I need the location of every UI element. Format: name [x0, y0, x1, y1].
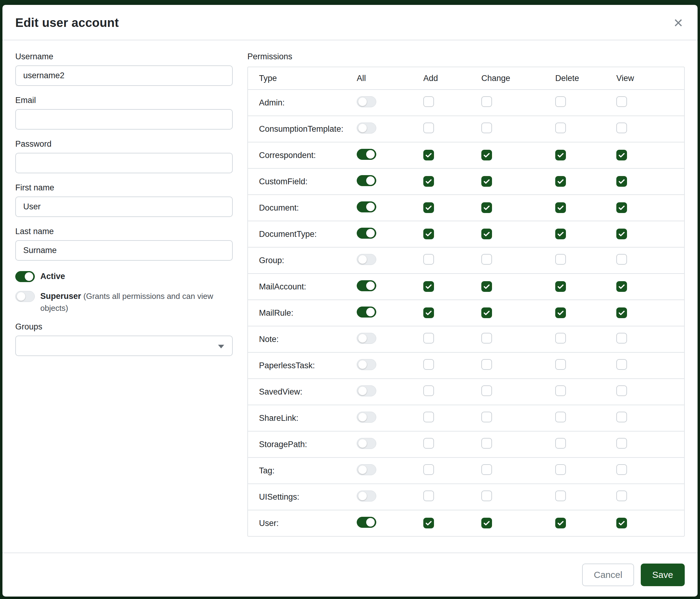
- perm-delete-checkbox[interactable]: [555, 308, 566, 318]
- perm-view-checkbox[interactable]: [616, 308, 627, 318]
- perm-view-checkbox[interactable]: [616, 150, 627, 161]
- perm-delete-checkbox[interactable]: [555, 464, 566, 475]
- perm-add-checkbox[interactable]: [423, 308, 434, 318]
- perm-delete-checkbox[interactable]: [555, 150, 566, 161]
- groups-select[interactable]: [15, 336, 233, 356]
- perm-add-checkbox[interactable]: [423, 490, 434, 501]
- perm-delete-checkbox[interactable]: [555, 333, 566, 343]
- perm-view-checkbox[interactable]: [616, 438, 627, 449]
- perm-change-checkbox[interactable]: [481, 518, 492, 528]
- perm-all-toggle[interactable]: [357, 123, 376, 134]
- perm-change-checkbox[interactable]: [481, 150, 492, 161]
- perm-delete-checkbox[interactable]: [555, 518, 566, 528]
- perm-add-checkbox[interactable]: [423, 359, 434, 370]
- perm-add-checkbox[interactable]: [423, 438, 434, 449]
- perm-all-toggle[interactable]: [357, 201, 376, 212]
- perm-all-toggle[interactable]: [357, 412, 376, 423]
- perm-all-toggle[interactable]: [357, 333, 376, 344]
- perm-delete-checkbox[interactable]: [555, 359, 566, 370]
- perm-delete-checkbox[interactable]: [555, 281, 566, 292]
- perm-add-checkbox[interactable]: [423, 385, 434, 396]
- perm-change-checkbox[interactable]: [481, 412, 492, 422]
- perm-all-toggle[interactable]: [357, 359, 376, 370]
- perm-all-toggle[interactable]: [357, 96, 376, 107]
- perm-change-checkbox[interactable]: [481, 281, 492, 292]
- perm-change-checkbox[interactable]: [481, 385, 492, 396]
- perm-add-checkbox[interactable]: [423, 123, 434, 133]
- perm-all-toggle[interactable]: [357, 254, 376, 265]
- perm-change-checkbox[interactable]: [481, 438, 492, 449]
- perm-view-checkbox[interactable]: [616, 202, 627, 213]
- perm-delete-checkbox[interactable]: [555, 412, 566, 422]
- password-group: Password: [15, 139, 233, 173]
- perm-delete-checkbox[interactable]: [555, 490, 566, 501]
- perm-delete-checkbox[interactable]: [555, 438, 566, 449]
- active-toggle[interactable]: [15, 271, 35, 282]
- password-field[interactable]: [15, 153, 233, 173]
- perm-add-checkbox[interactable]: [423, 464, 434, 475]
- username-input[interactable]: [15, 65, 233, 86]
- perm-all-toggle[interactable]: [357, 149, 376, 160]
- perm-view-checkbox[interactable]: [616, 490, 627, 501]
- perm-change-checkbox[interactable]: [481, 359, 492, 370]
- perm-delete-checkbox[interactable]: [555, 229, 566, 239]
- perm-add-checkbox[interactable]: [423, 150, 434, 161]
- cancel-button[interactable]: Cancel: [582, 564, 634, 586]
- perm-view-checkbox[interactable]: [616, 412, 627, 422]
- perm-change-checkbox[interactable]: [481, 333, 492, 343]
- perm-view-checkbox[interactable]: [616, 464, 627, 475]
- perm-view-checkbox[interactable]: [616, 518, 627, 528]
- perm-delete-checkbox[interactable]: [555, 202, 566, 213]
- perm-change-checkbox[interactable]: [481, 96, 492, 107]
- perm-change-checkbox[interactable]: [481, 123, 492, 133]
- perm-all-toggle[interactable]: [357, 490, 376, 502]
- perm-delete-checkbox[interactable]: [555, 385, 566, 396]
- last-name-field[interactable]: [15, 240, 233, 261]
- perm-change-checkbox[interactable]: [481, 202, 492, 213]
- perm-view-checkbox[interactable]: [616, 96, 627, 107]
- perm-add-checkbox[interactable]: [423, 202, 434, 213]
- perm-change-checkbox[interactable]: [481, 176, 492, 187]
- perm-view-checkbox[interactable]: [616, 123, 627, 133]
- perm-delete-checkbox[interactable]: [555, 96, 566, 107]
- save-button[interactable]: Save: [641, 564, 685, 586]
- perm-all-toggle[interactable]: [357, 280, 376, 291]
- perm-change-checkbox[interactable]: [481, 229, 492, 239]
- perm-all-toggle[interactable]: [357, 307, 376, 317]
- perm-delete-checkbox[interactable]: [555, 176, 566, 187]
- perm-all-toggle[interactable]: [357, 438, 376, 449]
- perm-add-checkbox[interactable]: [423, 281, 434, 292]
- perm-add-checkbox[interactable]: [423, 333, 434, 343]
- perm-change-checkbox[interactable]: [481, 490, 492, 501]
- perm-view-checkbox[interactable]: [616, 359, 627, 370]
- active-toggle-row: Active: [15, 270, 233, 282]
- perm-all-toggle[interactable]: [357, 228, 376, 239]
- perm-add-checkbox[interactable]: [423, 176, 434, 187]
- perm-add-checkbox[interactable]: [423, 96, 434, 107]
- perm-add-checkbox[interactable]: [423, 254, 434, 265]
- perm-view-checkbox[interactable]: [616, 176, 627, 187]
- perm-change-checkbox[interactable]: [481, 464, 492, 475]
- email-field[interactable]: [15, 109, 233, 129]
- perm-change-checkbox[interactable]: [481, 254, 492, 265]
- perm-all-toggle[interactable]: [357, 385, 376, 397]
- perm-all-toggle[interactable]: [357, 464, 376, 475]
- email-group: Email: [15, 96, 233, 129]
- perm-view-checkbox[interactable]: [616, 385, 627, 396]
- perm-delete-checkbox[interactable]: [555, 254, 566, 265]
- perm-add-checkbox[interactable]: [423, 412, 434, 422]
- close-icon[interactable]: ×: [672, 15, 685, 30]
- perm-all-toggle[interactable]: [357, 517, 376, 528]
- first-name-field[interactable]: [15, 196, 233, 217]
- perm-add-checkbox[interactable]: [423, 518, 434, 528]
- superuser-toggle[interactable]: [15, 291, 35, 302]
- perm-add-checkbox[interactable]: [423, 229, 434, 239]
- perm-view-checkbox[interactable]: [616, 281, 627, 292]
- first-name-label: First name: [15, 183, 233, 193]
- perm-delete-checkbox[interactable]: [555, 123, 566, 133]
- perm-all-toggle[interactable]: [357, 175, 376, 186]
- perm-change-checkbox[interactable]: [481, 308, 492, 318]
- perm-view-checkbox[interactable]: [616, 333, 627, 343]
- perm-view-checkbox[interactable]: [616, 229, 627, 239]
- perm-view-checkbox[interactable]: [616, 254, 627, 265]
